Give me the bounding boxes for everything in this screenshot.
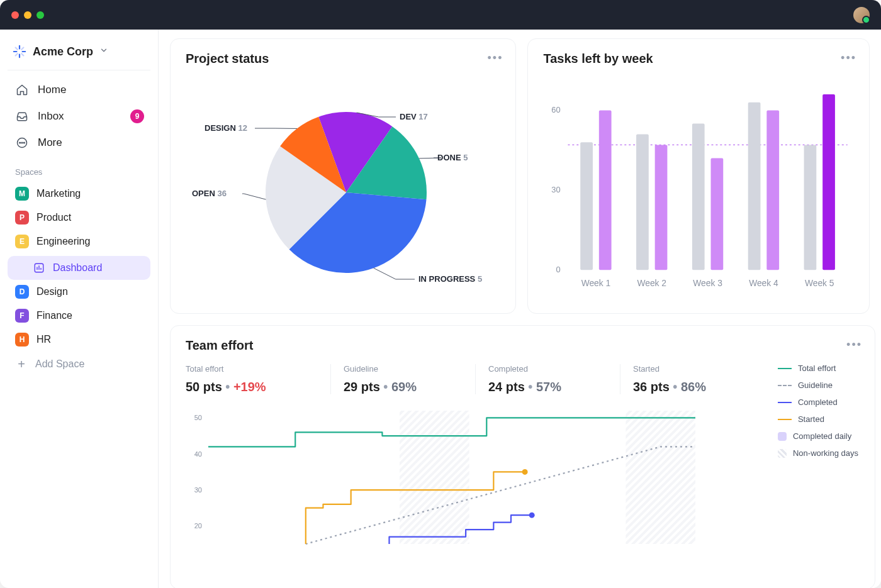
- stat-value: 29 pts • 69%: [344, 380, 475, 394]
- more-icon: [15, 136, 29, 150]
- team-effort-card: Team effort ••• Total effort50 pts • +19…: [170, 325, 875, 588]
- svg-point-10: [21, 142, 23, 143]
- svg-text:Week 4: Week 4: [749, 278, 779, 288]
- space-icon: M: [15, 187, 29, 201]
- maximize-window-icon[interactable]: [36, 11, 44, 19]
- project-status-pie-chart: DEV 17DONE 5IN PROGRESS 5OPEN 36DESIGN 1…: [186, 70, 500, 302]
- stat-label: Total effort: [186, 364, 330, 374]
- legend-label: Started: [798, 414, 824, 424]
- stat-value: 36 pts • 86%: [633, 380, 765, 394]
- svg-text:Week 5: Week 5: [805, 278, 834, 288]
- svg-text:60: 60: [552, 105, 561, 114]
- card-menu-button[interactable]: •••: [846, 338, 862, 352]
- svg-line-7: [21, 48, 23, 50]
- inbox-icon: [15, 109, 29, 123]
- svg-rect-26: [655, 145, 668, 270]
- effort-stat: Completed24 pts • 57%: [475, 364, 620, 394]
- add-space-button[interactable]: + Add Space: [8, 352, 150, 377]
- svg-text:20: 20: [194, 522, 202, 530]
- svg-text:Week 3: Week 3: [693, 278, 723, 288]
- nav-more[interactable]: More: [8, 130, 150, 156]
- svg-rect-31: [748, 103, 761, 270]
- svg-text:30: 30: [552, 185, 561, 194]
- svg-text:0: 0: [556, 265, 561, 274]
- svg-text:Week 1: Week 1: [581, 278, 611, 288]
- svg-text:OPEN 36: OPEN 36: [192, 189, 227, 198]
- svg-rect-28: [692, 124, 705, 270]
- sidebar-space-product[interactable]: PProduct: [8, 206, 150, 230]
- sidebar-space-finance[interactable]: FFinance: [8, 304, 150, 328]
- sidebar-space-design[interactable]: DDesign: [8, 280, 150, 304]
- space-label: Finance: [36, 310, 72, 321]
- nav-label: Inbox: [38, 110, 64, 123]
- legend-swatch-guideline: [778, 385, 792, 386]
- card-title: Team effort: [186, 338, 860, 353]
- svg-point-44: [522, 469, 528, 475]
- effort-stat: Total effort50 pts • +19%: [186, 364, 330, 394]
- legend-label: Non-working days: [793, 448, 858, 458]
- dashboard-icon: [33, 262, 45, 274]
- space-icon: F: [15, 309, 29, 323]
- project-status-card: Project status ••• DEV 17DONE 5IN PROGRE…: [170, 38, 516, 314]
- nav-home[interactable]: Home: [8, 77, 150, 103]
- svg-rect-25: [637, 135, 649, 270]
- minimize-window-icon[interactable]: [24, 11, 31, 19]
- stat-value: 24 pts • 57%: [488, 380, 620, 394]
- workspace-logo-icon: [13, 45, 26, 58]
- effort-stat: Started36 pts • 86%: [620, 364, 765, 394]
- nav-label: More: [38, 136, 62, 149]
- close-window-icon[interactable]: [11, 11, 19, 19]
- space-icon: D: [15, 285, 29, 299]
- inbox-badge: 9: [130, 109, 144, 123]
- sidebar-space-hr[interactable]: HHR: [8, 328, 150, 352]
- workspace-name: Acme Corp: [33, 45, 93, 58]
- card-menu-button[interactable]: •••: [841, 52, 856, 65]
- card-title: Tasks left by week: [543, 52, 854, 66]
- app-window: Acme Corp Home Inbox 9: [0, 0, 881, 588]
- add-space-label: Add Space: [35, 358, 84, 370]
- team-effort-legend: Total effort Guideline Completed Started…: [778, 363, 858, 465]
- svg-text:DONE 5: DONE 5: [437, 153, 468, 162]
- svg-text:30: 30: [194, 486, 202, 494]
- sidebar: Acme Corp Home Inbox 9: [0, 30, 159, 588]
- svg-point-9: [20, 142, 21, 143]
- nav-label: Home: [38, 84, 66, 96]
- sidebar-space-engineering[interactable]: EEngineering: [8, 230, 150, 253]
- card-menu-button[interactable]: •••: [488, 52, 503, 65]
- chevron-down-icon: [99, 46, 108, 57]
- workspace-switcher[interactable]: Acme Corp: [8, 41, 150, 70]
- window-controls: [11, 11, 44, 19]
- sidebar-item-label: Dashboard: [53, 262, 102, 274]
- svg-text:40: 40: [194, 450, 202, 458]
- svg-text:50: 50: [194, 414, 202, 421]
- svg-text:DESIGN 12: DESIGN 12: [205, 123, 247, 133]
- space-label: HR: [36, 334, 51, 345]
- svg-rect-29: [711, 158, 724, 270]
- home-icon: [15, 83, 29, 97]
- stat-label: Started: [633, 364, 765, 374]
- space-label: Marketing: [36, 188, 81, 199]
- svg-rect-38: [400, 411, 469, 544]
- legend-label: Completed: [798, 397, 838, 407]
- svg-line-5: [21, 53, 23, 55]
- nav-inbox[interactable]: Inbox 9: [8, 103, 150, 130]
- legend-swatch-completed: [778, 402, 792, 403]
- stat-value: 50 pts • +19%: [186, 380, 330, 394]
- effort-stat: Guideline29 pts • 69%: [330, 364, 475, 394]
- tasks-by-week-card: Tasks left by week ••• 03060Week 1Week 2…: [527, 38, 870, 314]
- sidebar-item-dashboard[interactable]: Dashboard: [8, 256, 150, 280]
- svg-line-4: [16, 48, 18, 50]
- svg-rect-39: [626, 411, 695, 544]
- sidebar-space-marketing[interactable]: MMarketing: [8, 182, 150, 206]
- svg-rect-32: [767, 110, 780, 270]
- legend-label: Completed daily: [793, 431, 851, 441]
- card-title: Project status: [186, 52, 500, 66]
- svg-text:IN PROGRESS 5: IN PROGRESS 5: [418, 274, 482, 284]
- main-content: Project status ••• DEV 17DONE 5IN PROGRE…: [159, 30, 881, 588]
- user-avatar[interactable]: [853, 7, 870, 23]
- space-icon: E: [15, 235, 29, 248]
- svg-point-11: [24, 142, 25, 143]
- svg-point-45: [529, 513, 535, 518]
- svg-rect-35: [823, 94, 836, 270]
- svg-text:Week 2: Week 2: [637, 278, 667, 288]
